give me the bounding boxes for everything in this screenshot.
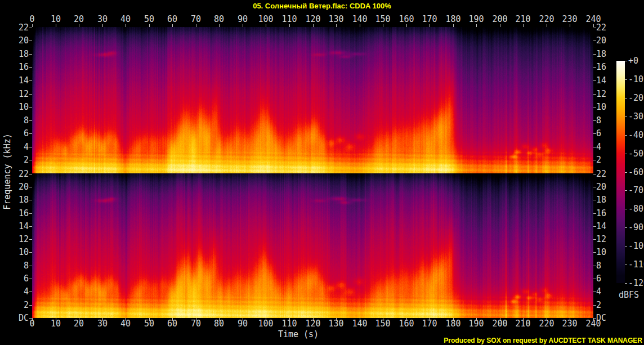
freq-tick-mark-right xyxy=(593,279,596,279)
credit-text: Produced by SOX on request by AUCDTECT T… xyxy=(444,337,642,344)
freq-tick-label-right: 18 xyxy=(596,196,606,204)
time-tick-mark-top xyxy=(593,24,594,27)
colorbar-tick-label: -70 xyxy=(628,186,643,194)
freq-tick-mark-left xyxy=(29,266,32,266)
time-tick-mark-top xyxy=(149,24,150,27)
time-tick-mark-top xyxy=(243,24,243,27)
colorbar-tick-label: -80 xyxy=(628,205,643,213)
freq-tick-mark-right xyxy=(593,200,596,200)
freq-tick-mark-left xyxy=(29,94,32,95)
time-tick-mark-bottom xyxy=(547,318,547,321)
freq-tick-mark-left xyxy=(29,174,32,174)
colorbar-tick-mark xyxy=(625,190,627,191)
freq-tick-mark-left xyxy=(29,160,32,160)
time-tick-mark-top xyxy=(102,24,103,27)
time-tick-label-bottom: 60 xyxy=(167,320,177,328)
time-tick-mark-top xyxy=(313,24,314,27)
freq-tick-mark-right xyxy=(593,226,596,227)
time-tick-mark-bottom xyxy=(79,318,79,321)
time-tick-mark-top xyxy=(219,24,220,27)
time-tick-mark-bottom xyxy=(453,318,454,321)
freq-tick-label-left: 14 xyxy=(19,77,29,84)
time-tick-label-top: 30 xyxy=(97,15,108,23)
time-tick-label-bottom: 90 xyxy=(238,320,248,328)
freq-tick-label-left: 14 xyxy=(19,222,29,230)
freq-tick-label-right: 22 xyxy=(596,24,606,32)
freq-tick-label-right: 20 xyxy=(596,37,606,44)
time-tick-label-bottom: 180 xyxy=(445,320,460,328)
freq-tick-label-right: 8 xyxy=(596,117,601,124)
colorbar-tick-mark xyxy=(625,246,627,247)
freq-tick-label-left: 22 xyxy=(19,170,29,178)
colorbar xyxy=(616,61,625,283)
time-tick-mark-top xyxy=(383,24,383,27)
time-tick-mark-bottom xyxy=(313,318,314,321)
freq-tick-mark-left xyxy=(29,279,32,279)
time-tick-mark-bottom xyxy=(430,318,430,321)
freq-tick-label-right: DC xyxy=(596,314,606,322)
colorbar-tick-mark xyxy=(625,154,627,154)
time-tick-mark-bottom xyxy=(383,318,383,321)
freq-tick-label-right: 10 xyxy=(596,103,606,111)
freq-tick-label-right: 16 xyxy=(596,209,606,217)
time-tick-mark-bottom xyxy=(570,318,570,321)
freq-tick-mark-right xyxy=(593,252,596,253)
freq-tick-label-right: 6 xyxy=(596,129,601,137)
freq-tick-mark-right xyxy=(593,41,596,41)
time-tick-label-top: 120 xyxy=(305,15,320,23)
colorbar-unit-label: dBFS xyxy=(619,290,639,300)
freq-tick-mark-right xyxy=(593,174,596,174)
time-tick-label-bottom: 50 xyxy=(144,320,154,328)
time-tick-mark-bottom xyxy=(196,318,196,321)
time-tick-label-bottom: 100 xyxy=(258,320,273,328)
freq-tick-mark-left xyxy=(29,252,32,253)
time-tick-label-top: 130 xyxy=(328,15,343,23)
time-tick-mark-top xyxy=(570,24,570,27)
colorbar-tick-mark xyxy=(625,172,627,173)
freq-tick-mark-right xyxy=(593,133,596,134)
time-tick-mark-bottom xyxy=(289,318,290,321)
freq-tick-label-left: 2 xyxy=(24,301,29,309)
colorbar-gradient xyxy=(616,61,625,283)
time-tick-label-top: 150 xyxy=(375,15,390,23)
freq-tick-label-left: 20 xyxy=(19,183,29,191)
time-tick-label-top: 180 xyxy=(445,15,460,23)
freq-tick-label-right: 8 xyxy=(596,262,601,270)
freq-tick-label-right: 18 xyxy=(596,50,606,58)
freq-tick-label-right: 2 xyxy=(596,301,601,309)
freq-tick-mark-right xyxy=(593,94,596,95)
time-tick-label-bottom: 170 xyxy=(422,320,437,328)
y-axis-title: Frequency (kHz) xyxy=(2,133,12,209)
freq-tick-mark-right xyxy=(593,292,596,292)
time-tick-label-bottom: 110 xyxy=(281,320,297,328)
time-tick-mark-top xyxy=(430,24,430,27)
freq-tick-mark-right xyxy=(593,160,596,160)
time-tick-label-bottom: 80 xyxy=(214,320,224,328)
figure-title: 05. Солнечный Ветер.flac: CDDA 100% xyxy=(0,2,644,10)
freq-tick-label-right: 16 xyxy=(596,63,606,71)
time-tick-mark-bottom xyxy=(523,318,524,321)
freq-tick-label-left: 6 xyxy=(24,129,29,137)
freq-tick-mark-left xyxy=(29,147,32,147)
time-tick-label-top: 200 xyxy=(492,15,507,23)
freq-tick-mark-right xyxy=(593,107,596,107)
time-tick-mark-bottom xyxy=(126,318,126,321)
colorbar-tick-label: -110 xyxy=(628,261,644,268)
time-tick-label-top: 20 xyxy=(74,15,84,23)
freq-tick-label-left: 12 xyxy=(19,235,29,243)
freq-tick-mark-right xyxy=(593,28,596,28)
time-tick-label-top: 110 xyxy=(281,15,297,23)
time-tick-label-top: 190 xyxy=(468,15,484,23)
x-axis-title: Time (s) xyxy=(278,329,319,339)
colorbar-tick-label: -50 xyxy=(628,150,643,158)
spectrogram-figure: 05. Солнечный Ветер.flac: CDDA 100% 0010… xyxy=(0,0,644,345)
time-tick-mark-top xyxy=(79,24,79,27)
freq-tick-label-right: 6 xyxy=(596,275,601,283)
freq-tick-mark-right xyxy=(593,318,596,319)
spectrogram-channel-1 xyxy=(32,27,593,173)
colorbar-tick-label: -100 xyxy=(628,242,644,250)
time-tick-label-top: 60 xyxy=(167,15,177,23)
freq-tick-label-left: 10 xyxy=(19,248,29,256)
colorbar-tick-label: -60 xyxy=(628,168,643,176)
colorbar-tick-mark xyxy=(625,227,627,228)
